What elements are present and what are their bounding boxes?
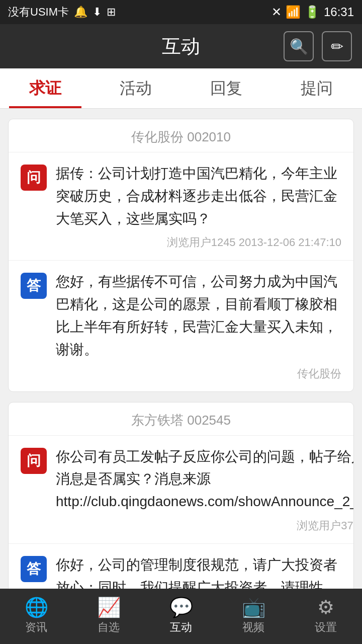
question-meta: 浏览用户1245 2013-12-06 21:47:10 — [56, 235, 341, 250]
nav-video-label: 视频 — [242, 620, 264, 635]
edit-button[interactable]: ✏ — [322, 31, 352, 61]
tab-qiuzheng[interactable]: 求证 — [0, 68, 90, 108]
nav-watchlist[interactable]: 📈 自选 — [72, 589, 145, 644]
card-dongfang-header: 东方铁塔 002545 — [9, 403, 353, 436]
nav-settings-label: 设置 — [315, 620, 337, 635]
tab-bar: 求证 活动 回复 提问 — [0, 68, 362, 109]
edit-icon: ✏ — [331, 38, 343, 55]
watchlist-icon: 📈 — [97, 598, 121, 617]
nav-interact-label: 互动 — [170, 620, 192, 635]
qa-content: 据传：公司计划打造中国汽巴精化，今年主业突破历史，合成材料逐步走出低谷，民营汇金… — [56, 163, 341, 250]
wifi-icon: 📶 — [286, 5, 301, 19]
tab-tiwen[interactable]: 提问 — [272, 68, 362, 108]
question-badge: 问 — [21, 165, 47, 191]
qa-row: 问 据传：公司计划打造中国汽巴精化，今年主业突破历史，合成材料逐步走出低谷，民营… — [21, 163, 341, 250]
qa-row: 问 你公司有员工发帖子反应你公司的问题，帖子给人家论坛置顶了，消息是否属实？消息… — [21, 446, 341, 533]
video-icon: 📺 — [242, 598, 265, 617]
status-right: ✕ 📶 🔋 16:31 — [272, 5, 354, 19]
nav-video[interactable]: 📺 视频 — [217, 589, 290, 644]
qa-content: 你公司有员工发帖子反应你公司的问题，帖子给人家论坛置顶了，消息是否属实？消息来源… — [56, 446, 354, 533]
nav-watchlist-label: 自选 — [98, 620, 120, 635]
answer-source: 传化股份 — [56, 366, 341, 381]
header: 互动 🔍 ✏ — [0, 24, 362, 68]
search-icon: 🔍 — [290, 38, 308, 55]
battery-icon: 🔋 — [305, 5, 320, 19]
search-button[interactable]: 🔍 — [284, 31, 314, 61]
question-text: 据传：公司计划打造中国汽巴精化，今年主业突破历史，合成材料逐步走出低谷，民营汇金… — [56, 163, 341, 230]
bottom-nav: 🌐 资讯 📈 自选 💬 互动 📺 视频 ⚙ 设置 — [0, 589, 362, 644]
answer-text: 您好，有些据传不可信，公司努力成为中国汽巴精化，这是公司的愿景，目前看顺丁橡胶相… — [56, 271, 341, 361]
nav-interact[interactable]: 💬 互动 — [145, 589, 217, 644]
tab-huodong-label: 活动 — [120, 77, 152, 100]
tab-huifu[interactable]: 回复 — [181, 68, 272, 108]
news-icon: 🌐 — [25, 598, 48, 617]
card-chuanhua-header: 传化股份 002010 — [9, 119, 353, 152]
signal-icon: ✕ — [272, 5, 282, 19]
header-actions: 🔍 ✏ — [284, 31, 352, 61]
page-title: 互动 — [162, 34, 200, 59]
qa-item: 问 你公司有员工发帖子反应你公司的问题，帖子给人家论坛置顶了，消息是否属实？消息… — [9, 436, 353, 544]
status-bar: 没有USIM卡 🔔 ⬇ ⊞ ✕ 📶 🔋 16:31 — [0, 0, 362, 24]
question-badge: 问 — [21, 448, 47, 474]
settings-icon: ⚙ — [317, 598, 334, 617]
question-text: 你公司有员工发帖子反应你公司的问题，帖子给人家论坛置顶了，消息是否属实？消息来源… — [56, 446, 354, 513]
download-icon: ⬇ — [93, 6, 102, 19]
question-meta: 浏览用户3725 2013-12-06 15:36:08 — [56, 518, 354, 533]
time-display: 16:31 — [324, 5, 354, 19]
tab-qiuzheng-label: 求证 — [29, 77, 61, 100]
main-content: 传化股份 002010 问 据传：公司计划打造中国汽巴精化，今年主业突破历史，合… — [0, 109, 362, 644]
interact-icon: 💬 — [169, 598, 193, 617]
qa-item: 答 您好，有些据传不可信，公司努力成为中国汽巴精化，这是公司的愿景，目前看顺丁橡… — [9, 261, 353, 391]
tab-huifu-label: 回复 — [210, 77, 242, 100]
no-sim-text: 没有USIM卡 — [8, 5, 69, 20]
answer-badge: 答 — [21, 556, 47, 582]
status-left: 没有USIM卡 🔔 ⬇ ⊞ — [8, 5, 116, 20]
qa-row: 答 您好，有些据传不可信，公司努力成为中国汽巴精化，这是公司的愿景，目前看顺丁橡… — [21, 271, 341, 381]
tab-huodong[interactable]: 活动 — [90, 68, 181, 108]
nav-news-label: 资讯 — [25, 620, 47, 635]
qa-item: 问 据传：公司计划打造中国汽巴精化，今年主业突破历史，合成材料逐步走出低谷，民营… — [9, 152, 353, 261]
apps-icon: ⊞ — [107, 6, 116, 19]
notification-icon: 🔔 — [74, 6, 87, 19]
qa-content: 您好，有些据传不可信，公司努力成为中国汽巴精化，这是公司的愿景，目前看顺丁橡胶相… — [56, 271, 341, 381]
nav-settings[interactable]: ⚙ 设置 — [290, 589, 362, 644]
answer-badge: 答 — [21, 273, 47, 299]
card-chuanhua: 传化股份 002010 问 据传：公司计划打造中国汽巴精化，今年主业突破历史，合… — [8, 119, 354, 392]
tab-tiwen-label: 提问 — [301, 77, 333, 100]
nav-news[interactable]: 🌐 资讯 — [0, 589, 72, 644]
